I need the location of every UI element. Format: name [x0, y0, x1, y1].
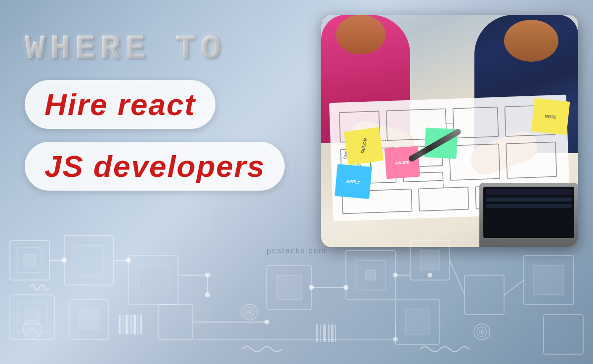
svg-rect-51	[465, 275, 504, 315]
svg-rect-74	[320, 324, 321, 342]
svg-rect-75	[323, 324, 326, 342]
svg-rect-30	[138, 265, 168, 295]
svg-rect-70	[133, 315, 136, 334]
svg-rect-54	[544, 315, 583, 354]
svg-rect-21	[24, 254, 36, 266]
svg-point-39	[205, 273, 210, 278]
svg-rect-23	[74, 245, 104, 275]
hire-react-badge: Hire react	[25, 80, 215, 129]
svg-point-82	[31, 328, 33, 330]
svg-point-38	[126, 258, 131, 263]
js-developers-badge: JS developers	[25, 142, 285, 191]
hero-image: B EMPATHI... Tailor APPLY Aware NOTE	[321, 15, 578, 247]
svg-rect-22	[64, 236, 114, 285]
svg-point-63	[393, 273, 398, 278]
heading-where-to: WHERE TO	[25, 30, 296, 68]
svg-rect-78	[335, 324, 336, 342]
svg-rect-76	[328, 324, 330, 342]
svg-point-41	[264, 320, 269, 324]
svg-rect-71	[137, 315, 138, 334]
svg-point-62	[343, 285, 348, 290]
left-content-area: WHERE TO Hire react JS developers	[25, 30, 296, 198]
svg-line-13	[446, 123, 454, 124]
svg-rect-67	[123, 315, 124, 334]
watermark-text: pcstacks.com	[267, 246, 327, 255]
svg-rect-53	[534, 265, 563, 295]
svg-rect-10	[419, 187, 469, 211]
svg-line-58	[504, 280, 524, 295]
svg-rect-72	[140, 315, 142, 334]
svg-rect-66	[119, 315, 121, 334]
svg-rect-69	[130, 315, 132, 334]
svg-line-12	[380, 140, 387, 141]
svg-rect-68	[126, 315, 128, 334]
svg-line-57	[450, 260, 465, 295]
svg-rect-43	[277, 275, 301, 300]
svg-point-37	[62, 258, 67, 263]
svg-rect-46	[366, 270, 376, 280]
svg-rect-31	[158, 305, 193, 339]
svg-rect-8	[506, 142, 556, 178]
svg-rect-48	[420, 250, 440, 270]
svg-rect-29	[128, 255, 178, 305]
page-background: WHERE TO Hire react JS developers	[0, 0, 593, 364]
svg-point-61	[309, 285, 314, 290]
js-developers-text: JS developers	[44, 149, 265, 183]
svg-rect-73	[316, 324, 318, 342]
svg-rect-50	[405, 310, 430, 334]
svg-rect-28	[79, 310, 99, 329]
image-simulation: B EMPATHI... Tailor APPLY Aware NOTE	[321, 15, 578, 247]
svg-rect-7	[449, 144, 500, 180]
svg-point-86	[249, 311, 251, 313]
hire-react-text: Hire react	[44, 87, 196, 121]
svg-point-40	[205, 292, 210, 297]
svg-rect-77	[331, 324, 334, 342]
svg-point-90	[481, 331, 483, 333]
svg-point-65	[393, 337, 398, 342]
svg-point-64	[427, 273, 432, 278]
svg-line-15	[443, 180, 444, 188]
